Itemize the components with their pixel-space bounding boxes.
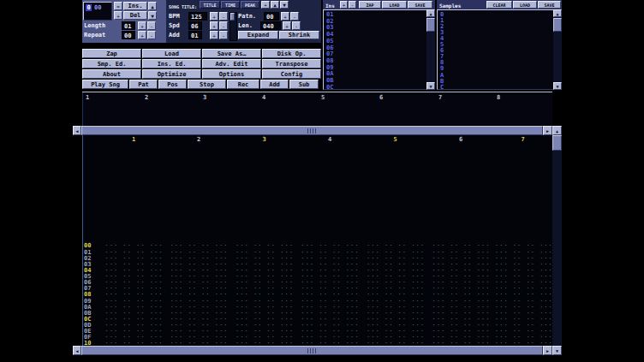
pattern-cell[interactable]: ··· ·· ·· ··· (103, 242, 165, 249)
expand-button[interactable]: Expand (238, 31, 278, 39)
pattern-cell[interactable]: ··· ·· ·· ··· (430, 291, 492, 298)
pattern-channel-header[interactable]: 6 (428, 136, 493, 143)
menu-button-add[interactable]: Add (260, 80, 289, 89)
order-plus-button[interactable]: + (114, 11, 122, 20)
scope-channel-label[interactable]: 5 (321, 94, 325, 101)
menu-button-stop[interactable]: Stop (188, 80, 226, 89)
menu-button-disk-op-[interactable]: Disk Op. (262, 49, 321, 58)
add-plus-button[interactable]: + (210, 31, 218, 39)
instrument-scroll-up-icon[interactable]: ▲ (426, 9, 435, 17)
instrument-list-item[interactable]: 0B (326, 78, 333, 84)
insert-position-button[interactable]: Ins. (123, 2, 147, 10)
pattern-cell[interactable]: ··· ·· ·· ··· (103, 291, 165, 298)
spd-minus-button[interactable]: - (219, 21, 228, 30)
menu-button-smp-ed-[interactable]: Smp. Ed. (82, 59, 141, 68)
hscrollbar-bottom-thumb[interactable] (81, 346, 543, 355)
tab-peak[interactable]: PEAK (241, 1, 259, 9)
length-minus-button[interactable]: - (147, 21, 156, 30)
instrument-scrollbar-thumb[interactable] (426, 18, 435, 32)
instrument-list-item[interactable]: 05 (326, 39, 333, 45)
spd-plus-button[interactable]: + (210, 21, 218, 30)
scroll-left-icon[interactable]: ◀ (73, 346, 81, 355)
instrument-load-button[interactable]: Load (382, 1, 407, 9)
menu-button-ins-ed-[interactable]: Ins. Ed. (142, 59, 201, 68)
scope-channel-label[interactable]: 2 (145, 94, 148, 101)
pattern-cell[interactable]: ··· ·· ·· ··· (430, 340, 492, 346)
pattern-cell[interactable]: ··· ·· ·· ··· (168, 291, 230, 298)
instrument-list-item[interactable]: 01 (326, 12, 333, 18)
pattern-channel-header[interactable]: 7 (493, 136, 552, 143)
menu-button-config[interactable]: Config (262, 69, 321, 79)
sample-list-item[interactable]: C (440, 85, 444, 91)
scope-channel-label[interactable]: 1 (86, 94, 89, 101)
pattern-cell[interactable]: ··· ·· ·· ··· (233, 291, 296, 298)
pattern-cell[interactable]: ··· ·· ·· ··· (495, 291, 552, 298)
scope-channel-label[interactable]: 8 (497, 94, 500, 101)
sample-scroll-down-icon[interactable]: ▼ (553, 82, 562, 90)
title-down-arrow-icon[interactable]: ▼ (280, 1, 289, 9)
instrument-scroll-down-icon[interactable]: ▼ (426, 82, 435, 90)
length-plus-button[interactable]: + (138, 21, 146, 30)
delete-position-button[interactable]: Del (123, 11, 147, 20)
instrument-minus-button[interactable]: - (349, 1, 356, 9)
pattern-editor[interactable]: 123456700··· ·· ·· ······ ·· ·· ······ ·… (82, 135, 552, 346)
menu-button-adv-edit[interactable]: Adv. Edit (202, 59, 261, 68)
pattern-cell[interactable]: ··· ·· ·· ··· (430, 242, 492, 249)
repeat-plus-button[interactable]: + (138, 31, 146, 39)
pattern-minus-button[interactable]: - (290, 12, 299, 21)
vscrollbar-track[interactable] (552, 135, 562, 346)
sample-load-button[interactable]: Load (513, 1, 537, 9)
vscrollbar-thumb[interactable] (552, 135, 562, 151)
pattern-channel-header[interactable]: 1 (101, 136, 166, 143)
pattern-cell[interactable]: ··· ·· ·· ··· (364, 291, 427, 298)
equals-button[interactable]: = (114, 2, 122, 10)
pattern-cell[interactable]: ··· ·· ·· ··· (364, 242, 427, 249)
mini-scrollbar-thumb[interactable] (230, 13, 235, 21)
pattern-cell[interactable]: ··· ·· ·· ··· (495, 340, 552, 346)
menu-button-transpose[interactable]: Transpose (262, 59, 321, 68)
tab-time[interactable]: TIME (221, 1, 240, 9)
instrument-save-button[interactable]: Save (408, 1, 432, 9)
menu-button-optimize[interactable]: Optimize (142, 69, 201, 79)
pattern-channel-header[interactable]: 4 (297, 136, 362, 143)
order-list[interactable]: 0 00 (83, 2, 112, 21)
scroll-right-icon[interactable]: ▶ (543, 126, 552, 135)
scope-channel-label[interactable]: 3 (203, 94, 206, 101)
scope-channel-label[interactable]: 7 (438, 94, 442, 101)
sample-list[interactable]: 0123456789ABC (437, 9, 562, 90)
scroll-down-icon[interactable]: ▼ (552, 346, 562, 355)
hscrollbar-top-thumb[interactable] (81, 126, 543, 135)
instrument-list-item[interactable]: 0C (326, 85, 333, 91)
mini-scrollbar[interactable] (230, 12, 237, 41)
pattern-cell[interactable]: ··· ·· ·· ··· (168, 242, 230, 249)
pattern-length-minus-button[interactable]: - (292, 21, 301, 30)
scope-channel-label[interactable]: 6 (379, 94, 383, 101)
menu-button-load[interactable]: Load (142, 49, 201, 58)
scroll-left-icon[interactable]: ◀ (73, 126, 81, 135)
pattern-cell[interactable]: ··· ·· ·· ··· (168, 340, 230, 346)
title-plus-button[interactable]: + (261, 1, 270, 9)
pattern-plus-button[interactable]: + (281, 12, 289, 21)
menu-button-pos[interactable]: Pos (158, 80, 187, 89)
scope-channel-label[interactable]: 4 (262, 94, 265, 101)
sample-save-button[interactable]: Save (538, 1, 561, 9)
menu-button-save-as-[interactable]: Save As… (202, 49, 261, 58)
bpm-plus-button[interactable]: + (210, 12, 218, 21)
pattern-cell[interactable]: ··· ·· ·· ··· (103, 340, 165, 346)
instrument-plus-button[interactable]: + (340, 1, 348, 9)
instrument-list[interactable]: 0102030405060708090A0B0C (323, 9, 435, 90)
shrink-button[interactable]: Shrink (279, 31, 319, 39)
pattern-channel-header[interactable]: 5 (362, 136, 428, 143)
pattern-cell[interactable]: ··· ·· ·· ··· (233, 242, 296, 249)
pattern-cell[interactable]: ··· ·· ·· ··· (299, 242, 361, 249)
sample-scrollbar-thumb[interactable] (553, 18, 562, 32)
sample-clear-button[interactable]: Clear (486, 1, 512, 9)
title-up-arrow-icon[interactable]: ▲ (271, 1, 279, 9)
menu-button-options[interactable]: Options (202, 69, 261, 79)
scroll-right-icon[interactable]: ▶ (543, 346, 552, 355)
repeat-minus-button[interactable]: - (147, 31, 156, 39)
tab-title[interactable]: TITLE (200, 1, 220, 9)
order-down-arrow-icon[interactable]: ▼ (148, 11, 157, 20)
pattern-cell[interactable]: ··· ·· ·· ··· (233, 340, 296, 346)
order-up-arrow-icon[interactable]: ▲ (148, 2, 157, 10)
